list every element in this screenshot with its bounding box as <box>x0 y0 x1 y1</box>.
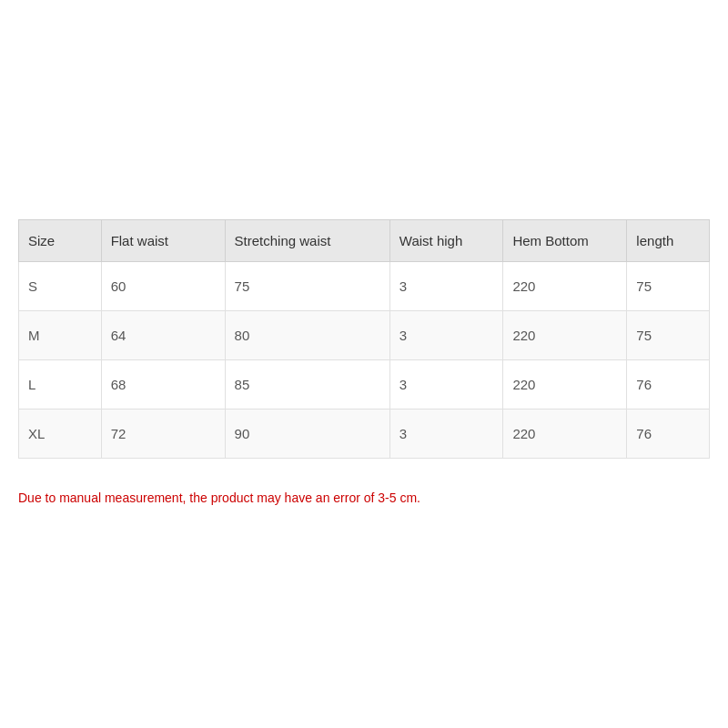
header-waist-high: Waist high <box>389 219 503 261</box>
cell-size: M <box>19 310 102 359</box>
cell-length: 76 <box>627 409 710 458</box>
cell-flat_waist: 72 <box>101 409 225 458</box>
cell-stretching_waist: 75 <box>225 261 389 310</box>
table-row: S6075322075 <box>19 261 710 310</box>
main-container: Size Flat waist Stretching waist Waist h… <box>18 201 710 528</box>
header-hem-bottom: Hem Bottom <box>503 219 627 261</box>
cell-size: S <box>19 261 102 310</box>
cell-size: XL <box>19 409 102 458</box>
cell-length: 75 <box>627 310 710 359</box>
cell-size: L <box>19 359 102 409</box>
header-length: length <box>627 219 710 261</box>
cell-hem_bottom: 220 <box>503 310 627 359</box>
table-header-row: Size Flat waist Stretching waist Waist h… <box>19 219 710 261</box>
cell-stretching_waist: 85 <box>225 359 389 409</box>
header-flat-waist: Flat waist <box>101 219 225 261</box>
header-size: Size <box>19 219 102 261</box>
cell-stretching_waist: 80 <box>225 310 389 359</box>
size-chart-table: Size Flat waist Stretching waist Waist h… <box>18 219 710 459</box>
cell-flat_waist: 60 <box>101 261 225 310</box>
cell-hem_bottom: 220 <box>503 409 627 458</box>
table-row: M6480322075 <box>19 310 710 359</box>
cell-flat_waist: 68 <box>101 359 225 409</box>
table-row: XL7290322076 <box>19 409 710 458</box>
cell-waist_high: 3 <box>389 310 503 359</box>
cell-waist_high: 3 <box>389 261 503 310</box>
cell-waist_high: 3 <box>389 359 503 409</box>
cell-hem_bottom: 220 <box>503 261 627 310</box>
header-stretching-waist: Stretching waist <box>225 219 389 261</box>
table-row: L6885322076 <box>19 359 710 409</box>
cell-length: 76 <box>627 359 710 409</box>
cell-stretching_waist: 90 <box>225 409 389 458</box>
cell-waist_high: 3 <box>389 409 503 458</box>
disclaimer-text: Due to manual measurement, the product m… <box>18 486 710 510</box>
cell-flat_waist: 64 <box>101 310 225 359</box>
cell-length: 75 <box>627 261 710 310</box>
cell-hem_bottom: 220 <box>503 359 627 409</box>
